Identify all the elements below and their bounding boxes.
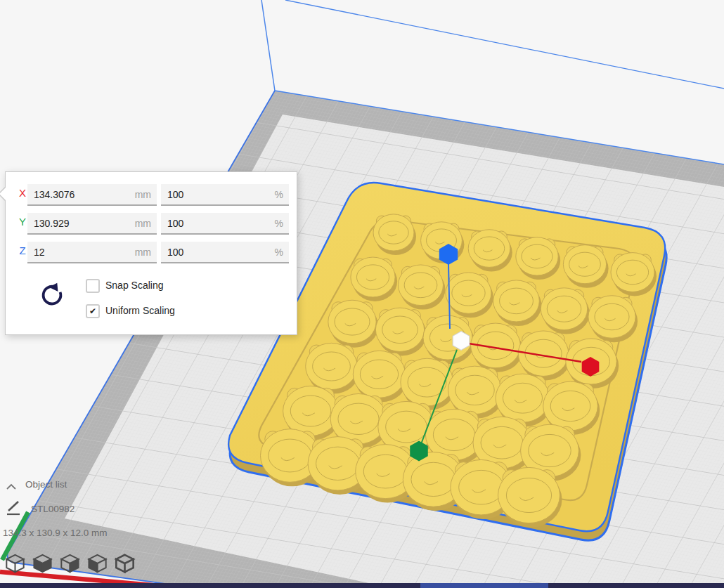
z-size-field-wrap: mm [27,242,157,263]
camera-view-toolbar [4,553,136,574]
snap-scaling-checkbox[interactable] [86,279,100,293]
z-percent-input[interactable] [161,242,289,262]
view-top-button[interactable] [59,553,81,574]
object-list-header[interactable]: Object list [25,479,67,490]
z-percent-field-wrap: % [161,242,289,263]
object-list-item[interactable]: STL00982 [31,504,75,514]
view-top-icon [59,553,81,574]
view-front-icon [32,553,53,574]
x-size-field-wrap: mm [27,184,157,206]
y-percent-input[interactable] [161,213,289,233]
chevron-up-icon [6,483,17,490]
uniform-scaling-label: Uniform Scaling [105,305,175,316]
view-front-button[interactable] [32,553,53,574]
object-list-collapse-button[interactable] [6,481,17,493]
pencil-icon [5,499,22,516]
view-right-button[interactable] [114,553,136,574]
cura-viewport-window: X mm % Y mm % Z mm % [0,0,724,588]
view-left-button[interactable] [86,553,108,574]
bottom-bar [0,583,724,588]
snap-scaling-label: Snap Scaling [105,280,164,291]
reset-scale-button[interactable] [39,282,65,307]
uniform-scaling-checkbox[interactable]: ✔ [86,304,100,318]
edit-model-button[interactable] [5,499,22,519]
x-size-input[interactable] [27,184,157,204]
model-dimensions-label: 134.3 x 130.9 x 12.0 mm [3,528,108,538]
scale-tool-panel: X mm % Y mm % Z mm % [5,171,297,335]
view-3d-button[interactable] [4,553,26,574]
view-left-icon [86,553,108,574]
y-size-input[interactable] [27,213,157,233]
reset-arrow-icon [39,282,65,307]
x-percent-input[interactable] [161,184,289,204]
z-size-input[interactable] [27,242,157,262]
x-percent-field-wrap: % [161,184,289,206]
y-size-field-wrap: mm [27,213,157,235]
y-percent-field-wrap: % [161,213,289,235]
view-right-icon [114,553,136,574]
build-volume-edge-top [285,0,724,89]
view-3d-icon [4,553,26,574]
